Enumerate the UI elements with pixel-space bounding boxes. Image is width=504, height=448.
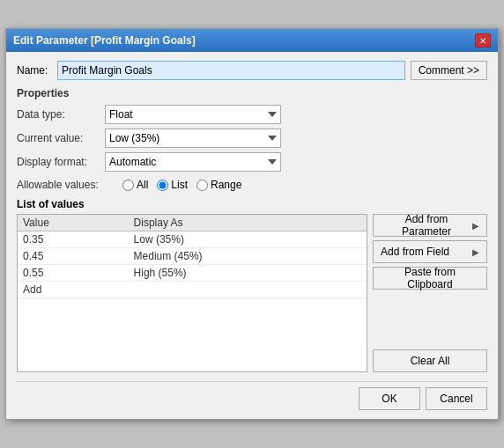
dialog-content: Name: Comment >> Properties Data type: F… bbox=[6, 52, 498, 419]
cell-display-as: Low (35%) bbox=[129, 231, 367, 248]
radio-list-input[interactable] bbox=[157, 180, 168, 191]
dialog-window: Edit Parameter [Profit Margin Goals] ✕ N… bbox=[5, 28, 499, 420]
display-format-row: Display format: Automatic Number Percent… bbox=[17, 152, 487, 172]
list-table: Value Display As 0.35 Low (35%) 0.45 Med… bbox=[18, 215, 367, 298]
arrow-icon: ▶ bbox=[472, 247, 479, 257]
arrow-icon: ▶ bbox=[472, 221, 479, 231]
data-type-row: Data type: Float Integer String Boolean bbox=[17, 105, 487, 124]
data-type-label: Data type: bbox=[17, 108, 105, 121]
right-top-buttons: Add from Parameter ▶ Add from Field ▶ Pa… bbox=[373, 214, 487, 290]
add-from-field-button[interactable]: Add from Field ▶ bbox=[373, 240, 487, 263]
display-format-select[interactable]: Automatic Number Percentage bbox=[105, 152, 281, 172]
add-from-field-label: Add from Field bbox=[381, 246, 449, 258]
radio-range-input[interactable] bbox=[196, 180, 208, 191]
radio-range-label: Range bbox=[211, 179, 241, 191]
close-button[interactable]: ✕ bbox=[475, 33, 491, 48]
cell-display-as: Medium (45%) bbox=[129, 248, 367, 265]
name-input[interactable] bbox=[57, 61, 405, 80]
comment-button[interactable]: Comment >> bbox=[411, 61, 487, 80]
table-row[interactable]: 0.35 Low (35%) bbox=[18, 231, 367, 248]
add-placeholder: Add bbox=[18, 282, 129, 298]
radio-all-label: All bbox=[137, 179, 148, 191]
add-row[interactable]: Add bbox=[18, 282, 367, 298]
bottom-buttons: OK Cancel bbox=[17, 381, 487, 410]
radio-list-label: List bbox=[171, 179, 188, 191]
title-bar-text: Edit Parameter [Profit Margin Goals] bbox=[13, 34, 196, 47]
current-value-select[interactable]: Low (35%) Medium (45%) High (55%) bbox=[105, 129, 281, 148]
clear-all-button[interactable]: Clear All bbox=[373, 349, 487, 372]
display-format-label: Display format: bbox=[17, 156, 105, 168]
allowable-row: Allowable values: All List Range bbox=[17, 179, 487, 191]
table-row[interactable]: 0.55 High (55%) bbox=[18, 265, 367, 282]
add-from-parameter-button[interactable]: Add from Parameter ▶ bbox=[373, 214, 487, 237]
spacer bbox=[373, 290, 487, 349]
cell-value: 0.35 bbox=[18, 231, 129, 248]
list-area: Value Display As 0.35 Low (35%) 0.45 Med… bbox=[17, 214, 487, 372]
radio-list[interactable]: List bbox=[157, 179, 188, 191]
current-value-row: Current value: Low (35%) Medium (45%) Hi… bbox=[17, 129, 487, 148]
current-value-label: Current value: bbox=[17, 132, 105, 144]
properties-section: Properties Data type: Float Integer Stri… bbox=[17, 87, 487, 172]
table-header-row: Value Display As bbox=[18, 215, 367, 231]
cancel-button[interactable]: Cancel bbox=[426, 387, 487, 410]
allowable-radio-group: All List Range bbox=[122, 179, 241, 191]
title-bar-controls: ✕ bbox=[475, 33, 491, 48]
data-type-select[interactable]: Float Integer String Boolean bbox=[105, 105, 281, 124]
name-label: Name: bbox=[17, 64, 52, 77]
cell-display-as: High (55%) bbox=[129, 265, 367, 282]
radio-range[interactable]: Range bbox=[196, 179, 241, 191]
title-bar: Edit Parameter [Profit Margin Goals] ✕ bbox=[6, 29, 498, 52]
ok-button[interactable]: OK bbox=[359, 387, 420, 410]
cell-value: 0.45 bbox=[18, 248, 129, 265]
radio-all-input[interactable] bbox=[122, 180, 134, 191]
properties-title: Properties bbox=[17, 87, 487, 99]
cell-value: 0.55 bbox=[18, 265, 129, 282]
radio-all[interactable]: All bbox=[122, 179, 148, 191]
col-display-as: Display As bbox=[129, 215, 367, 231]
add-from-parameter-label: Add from Parameter bbox=[381, 213, 472, 238]
allowable-label: Allowable values: bbox=[17, 179, 122, 191]
right-col: Add from Parameter ▶ Add from Field ▶ Pa… bbox=[373, 214, 487, 372]
table-row[interactable]: 0.45 Medium (45%) bbox=[18, 248, 367, 265]
name-row: Name: Comment >> bbox=[17, 61, 487, 80]
paste-from-clipboard-button[interactable]: Paste from Clipboard bbox=[373, 267, 487, 290]
col-value: Value bbox=[18, 215, 129, 231]
list-values-title: List of values bbox=[17, 198, 487, 210]
list-table-container[interactable]: Value Display As 0.35 Low (35%) 0.45 Med… bbox=[17, 214, 367, 372]
